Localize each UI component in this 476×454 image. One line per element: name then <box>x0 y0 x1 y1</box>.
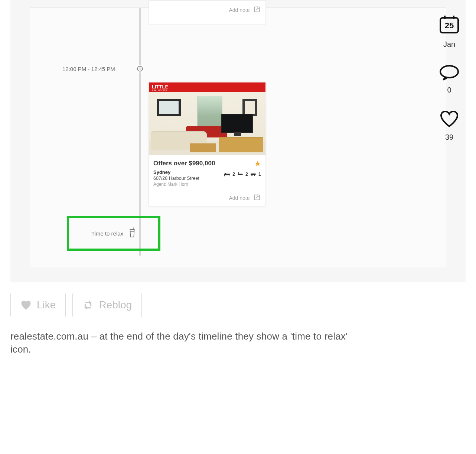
post-caption: realestate.com.au – at the end of the da… <box>10 330 359 356</box>
property-card[interactable]: LITTLE REAL ESTATE Offers over $990,000 … <box>149 82 266 206</box>
bed-icon <box>224 172 230 176</box>
relax-label: Time to relax <box>91 230 123 237</box>
svg-rect-2 <box>224 174 230 175</box>
svg-rect-7 <box>238 172 239 174</box>
like-label: Like <box>37 299 56 311</box>
relax-highlight-box: Time to relax <box>67 216 160 251</box>
drink-icon <box>128 227 136 239</box>
likes-icon[interactable] <box>439 110 460 129</box>
comments-icon[interactable] <box>439 64 460 82</box>
timeslot-label: 12:00 PM - 12:45 PM <box>62 66 115 72</box>
clock-icon <box>136 65 144 72</box>
svg-rect-6 <box>238 174 242 175</box>
svg-point-9 <box>251 175 252 176</box>
screenshot-panel: Add note 12:00 PM - 12:45 PM LITTLE REAL… <box>10 0 466 282</box>
property-agent: Agent: Mark Horn <box>153 182 261 187</box>
svg-point-16 <box>440 66 458 78</box>
property-price: Offers over $990,000 <box>153 160 215 167</box>
reblog-icon <box>82 300 94 310</box>
svg-rect-8 <box>251 174 255 175</box>
svg-rect-4 <box>224 175 225 176</box>
likes-count: 39 <box>445 133 453 142</box>
timeline-panel: Add note 12:00 PM - 12:45 PM LITTLE REAL… <box>30 7 446 267</box>
prev-card-footer: Add note <box>149 0 266 24</box>
edit-icon[interactable] <box>254 194 260 202</box>
brand-name: LITTLE <box>152 84 168 90</box>
svg-rect-3 <box>225 173 226 174</box>
star-icon[interactable]: ★ <box>254 159 261 168</box>
reblog-button[interactable]: Reblog <box>72 293 142 317</box>
baths-count: 2 <box>245 172 248 177</box>
edit-icon[interactable] <box>254 6 260 14</box>
property-photo <box>149 92 265 155</box>
cars-count: 1 <box>258 172 261 177</box>
add-note-label[interactable]: Add note <box>229 7 250 13</box>
heart-icon <box>20 300 32 310</box>
date-badge[interactable]: 25 <box>439 15 460 36</box>
svg-rect-5 <box>230 175 230 176</box>
date-day: 25 <box>439 21 460 30</box>
post-meta-sidebar: 25 Jan 0 39 <box>434 15 465 142</box>
beds-count: 2 <box>232 172 235 177</box>
reblog-label: Reblog <box>99 299 132 311</box>
add-note-label[interactable]: Add note <box>229 195 250 201</box>
property-specs: 2 2 1 <box>224 172 261 177</box>
brand-subtitle: REAL ESTATE <box>152 89 263 91</box>
car-icon <box>250 172 256 176</box>
bath-icon <box>237 172 243 176</box>
card-brand-header: LITTLE REAL ESTATE <box>149 82 265 92</box>
comments-count: 0 <box>447 86 451 94</box>
date-month: Jan <box>443 40 455 49</box>
svg-point-10 <box>254 175 255 176</box>
like-button[interactable]: Like <box>10 293 66 317</box>
